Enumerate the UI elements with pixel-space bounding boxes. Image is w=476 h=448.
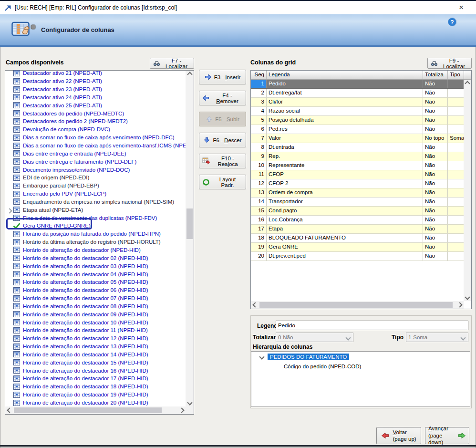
grid-row[interactable]: 16Loc.CobrançaNão — [251, 216, 471, 225]
field-list-item[interactable]: Embarque parcial (NPED-EBP) — [5, 182, 186, 190]
field-list-item[interactable]: Horário de alteração do destacador 11 (N… — [5, 326, 186, 334]
fields-vscrollbar[interactable] — [186, 71, 194, 406]
field-list-item[interactable]: Horário de alteração do destacador 12 (N… — [5, 334, 186, 343]
field-list-item[interactable]: Encerrado pelo PDV (NPED-ECP) — [5, 190, 186, 198]
grid-row[interactable]: 14TransportadorNão — [251, 198, 471, 207]
field-list-item[interactable]: Horário de alteração do destacador 05 (N… — [5, 278, 186, 286]
grid-scroll-down-icon[interactable] — [464, 293, 471, 301]
f10-realoca-button[interactable]: F10 - Realoca — [199, 154, 246, 168]
grid-row[interactable]: 2Dt.entrega/fatNão — [251, 89, 471, 98]
field-list-item[interactable]: Destacadores do pedido (NPED-MEDTC) — [5, 109, 186, 117]
field-list-item[interactable]: Destacador ativo 24 (NPED-ATI) — [5, 94, 186, 102]
field-list-item[interactable]: Horário de alteração do destacador 17 (N… — [5, 375, 186, 383]
column-header-legenda[interactable]: Legenda — [267, 71, 423, 79]
fields-scroll-down-icon[interactable] — [186, 399, 194, 406]
field-list-item[interactable]: Dias entre entrega e faturamento (NPED-D… — [5, 157, 186, 166]
field-list-item[interactable]: Dias a somar no fluxo de caixa após venc… — [5, 142, 186, 150]
field-list-item[interactable]: Horário de alteração do destacador 19 (N… — [5, 391, 186, 399]
legenda-input[interactable] — [276, 321, 468, 330]
field-list-item[interactable]: Documento impresso/enviado (NPED-DOC) — [5, 166, 186, 174]
field-list-item[interactable]: Dias entre entrega e entrada (NPED-DEE) — [5, 149, 186, 157]
field-list-item[interactable]: Horário de alteração do destacador 20 (N… — [5, 399, 186, 406]
fields-scroll-left-icon[interactable] — [5, 406, 13, 414]
grid-row[interactable]: 18BLOQUEADO FATURAMENTONão — [251, 234, 471, 243]
close-icon[interactable]: × — [453, 1, 469, 14]
field-list-item[interactable]: EDI de origem (NPED-EDI) — [5, 174, 186, 182]
field-list-item[interactable]: Dias a somar no fluxo de caixa após venc… — [5, 134, 186, 142]
grid-row[interactable]: 10RepresentanteNão — [251, 161, 471, 170]
tipo-select[interactable]: 1-Soma — [406, 333, 468, 342]
grid-row[interactable]: 1PedidoNão — [251, 80, 471, 89]
field-list-item[interactable]: Gera GNRE (NPED-GNRE) — [5, 222, 186, 230]
grid-scroll-left-icon[interactable] — [251, 301, 259, 309]
field-list-item[interactable]: Destacadores do pedido 2 (NPED-MEDT2) — [5, 117, 186, 125]
grid-row[interactable]: 17EtapaNão — [251, 225, 471, 234]
field-list-item[interactable]: Horário da última alteração do registro … — [5, 238, 186, 246]
field-list-item[interactable]: Horário de alteração do destacador 10 (N… — [5, 318, 186, 326]
field-list-item[interactable]: Horário de alteração do destacador 13 (N… — [5, 343, 186, 351]
grid-row[interactable]: 9Rep.Não — [251, 152, 471, 161]
field-list-item[interactable]: Etapa atual (NPED-ETA) — [5, 206, 186, 214]
tree-collapse-chevron-icon[interactable] — [260, 354, 264, 360]
help-icon[interactable]: ? — [447, 17, 457, 27]
tree-node[interactable]: Código do pedido (NPED-COD) — [251, 362, 470, 371]
grid-row[interactable]: 6Ped.resNão — [251, 125, 471, 134]
totalizar-select[interactable]: 0-Não — [276, 333, 353, 342]
fields-vscroll-thumb[interactable] — [186, 208, 193, 239]
f4-remover-button[interactable]: F4 - Remover — [199, 91, 246, 105]
f6-descer-button[interactable]: F6 - Descer — [199, 133, 246, 147]
f5-subir-button[interactable]: F5 - Subir — [199, 112, 246, 126]
grid-row[interactable]: 11CFOPNão — [251, 170, 471, 179]
layout-padrao-button[interactable]: Layout Padr. — [199, 175, 246, 189]
grid-row[interactable]: 5Posição detalhadaNão — [251, 116, 471, 125]
field-list-item[interactable]: Horário de alteração do destacador 08 (N… — [5, 302, 186, 310]
f3-inserir-button[interactable]: F3 - Inserir — [199, 70, 246, 84]
available-fields-list[interactable]: Destacador ativo 21 (NPED-ATI)Destacador… — [5, 70, 194, 415]
fields-hscrollbar[interactable] — [5, 406, 194, 414]
grid-row[interactable]: 20Dt.prev.ent.pedNão — [251, 252, 471, 261]
field-list-item[interactable]: Horário de alteração do destacador 16 (N… — [5, 366, 186, 375]
field-list-item[interactable]: Horário de alteração do destacador 03 (N… — [5, 262, 186, 270]
grid-row[interactable]: 8Dt.entradaNão — [251, 143, 471, 152]
field-list-item[interactable]: Horário de alteração do destacador 15 (N… — [5, 358, 186, 366]
field-list-item[interactable]: Horário de alteração do destacador 02 (N… — [5, 254, 186, 262]
grid-hscroll-thumb[interactable] — [259, 302, 453, 308]
column-header-totaliza[interactable]: Totaliza — [423, 71, 448, 79]
grid-columns-table[interactable]: SeqLegendaTotalizaTipo 1PedidoNão2Dt.ent… — [250, 70, 472, 309]
field-list-item[interactable]: Horário de alteração do destacador 07 (N… — [5, 294, 186, 302]
grid-row[interactable]: 3Cli/forNão — [251, 98, 471, 107]
grid-row[interactable]: 19Gera GNRENão — [251, 243, 471, 252]
grid-row[interactable]: 15Cond.pagtoNão — [251, 207, 471, 216]
column-header-tipo[interactable]: Tipo — [448, 71, 464, 79]
field-list-item[interactable]: Enquadramento da empresa no simples naci… — [5, 198, 186, 206]
field-list-item[interactable]: Destacador ativo 25 (NPED-ATI) — [5, 101, 186, 109]
fields-hscroll-thumb[interactable] — [14, 407, 162, 413]
grid-row[interactable]: 7ValorNo topoSoma — [251, 134, 471, 143]
field-list-item[interactable]: Destacador ativo 21 (NPED-ATI) — [5, 69, 186, 77]
field-list-item[interactable]: Horário de alteração do destacador (NPED… — [5, 246, 186, 254]
fields-scroll-right-icon[interactable] — [177, 406, 186, 414]
column-hierarchy-tree[interactable]: PEDIDOS DO FATURAMENTOCódigo do pedido (… — [251, 351, 470, 407]
field-list-item[interactable]: Horário de alteração do destacador 06 (N… — [5, 286, 186, 294]
grid-scroll-up-icon[interactable] — [464, 80, 471, 87]
voltar-button[interactable]: Voltar(page up) — [376, 427, 421, 444]
field-list-item[interactable]: Horário de alteração do destacador 18 (N… — [5, 383, 186, 391]
grid-vscrollbar[interactable] — [464, 80, 471, 301]
fields-scroll-up-icon[interactable] — [186, 71, 194, 78]
avancar-button[interactable]: Avançar(page down) — [425, 427, 469, 444]
column-header-seq[interactable]: Seq — [251, 71, 267, 79]
tree-node[interactable]: PEDIDOS DO FATURAMENTO — [251, 353, 470, 361]
grid-row[interactable]: 12CFOP 2Não — [251, 179, 471, 188]
f7-localizar-button[interactable]: F7 - Localizar — [150, 58, 194, 69]
expand-chevron-icon[interactable] — [8, 208, 11, 214]
field-list-item[interactable]: Fixa a data de vencimento das duplicatas… — [5, 214, 186, 222]
field-list-item[interactable]: Horário de alteração do destacador 04 (N… — [5, 270, 186, 278]
f9-localizar-button[interactable]: F9 - Localizar — [427, 58, 472, 69]
field-list-item[interactable]: Destacador ativo 23 (NPED-ATI) — [5, 85, 186, 94]
grid-row[interactable]: 4Razão socialNão — [251, 107, 471, 116]
grid-scroll-right-icon[interactable] — [455, 301, 464, 309]
field-list-item[interactable]: Horário de alteração do destacador 14 (N… — [5, 351, 186, 359]
field-list-item[interactable]: Devolução de compra (NPED-DVC) — [5, 125, 186, 134]
field-list-item[interactable]: Horário de alteração do destacador 09 (N… — [5, 310, 186, 318]
grid-hscrollbar[interactable] — [251, 301, 464, 309]
